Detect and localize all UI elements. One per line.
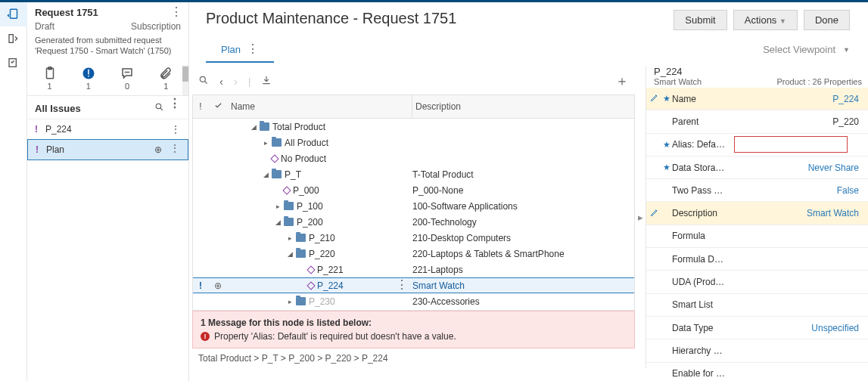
tree-row[interactable]: No Product [193, 150, 634, 166]
tree-row[interactable]: ◢Total Product [193, 119, 634, 135]
prop-label: UDA (Prod… [672, 277, 734, 287]
folder-icon [284, 218, 294, 226]
property-row[interactable]: Formula D… [646, 248, 868, 271]
rail-request-icon[interactable] [0, 2, 27, 26]
counter-issues[interactable]: 1 [70, 67, 106, 91]
tree-row[interactable]: ◢P_TT-Total Product [193, 166, 634, 182]
tree-row[interactable]: ▸P_230230-Accessories [193, 293, 634, 309]
rail-checklist-icon[interactable] [0, 51, 27, 75]
prop-value: P_224 [734, 94, 868, 104]
tree-row[interactable]: ◢P_220220-Laptops & Tablets & SmartPhone [193, 246, 634, 262]
property-row[interactable]: ParentP_220 [646, 110, 868, 133]
tree-row[interactable]: ▸P_100100-Software Applications [193, 198, 634, 214]
counter-attachments[interactable]: 1 [148, 67, 184, 91]
svg-rect-6 [88, 70, 89, 75]
issue-row[interactable]: !P_224 ⋮ [27, 119, 188, 139]
expand-icon[interactable]: ▸ [275, 203, 281, 210]
request-title: Request 1751 [35, 7, 98, 18]
node-desc: 221-Laptops [412, 265, 634, 275]
collapse-handle-icon[interactable]: ▸ [635, 66, 646, 368]
svg-rect-7 [88, 76, 89, 77]
property-row[interactable]: Enable for … [646, 363, 868, 381]
edit-icon[interactable] [646, 208, 663, 219]
tree-body: ◢Total Product▸All ProductNo Product◢P_T… [192, 119, 635, 311]
tree-row[interactable]: P_000P_000-None [193, 182, 634, 198]
prop-value: Unspecified [734, 323, 868, 333]
folder-icon [272, 138, 282, 147]
tree-row[interactable]: ▸All Product [193, 135, 634, 150]
expand-icon[interactable]: ◢ [275, 218, 281, 226]
viewpoint-select[interactable]: Select Viewpoint ▼ [763, 44, 850, 55]
property-row[interactable]: Hierarchy … [646, 339, 868, 362]
col-check[interactable] [208, 95, 228, 118]
add-node-icon[interactable]: ＋ [615, 72, 629, 90]
expand-icon[interactable]: ◢ [287, 250, 293, 258]
required-icon: ★ [663, 94, 672, 104]
counter-comments[interactable]: 0 [110, 67, 145, 91]
prop-label: Description [672, 208, 734, 218]
request-description: Generated from submitted request 'Reques… [27, 35, 188, 64]
counters-scrollbar[interactable] [182, 65, 188, 95]
submit-button[interactable]: Submit [674, 10, 726, 30]
col-marker[interactable]: ! [193, 95, 208, 118]
expand-icon[interactable]: ◢ [250, 123, 257, 131]
download-icon[interactable] [261, 75, 272, 88]
row-menu-icon[interactable] [396, 283, 408, 287]
property-row[interactable]: ★NameP_224 [646, 88, 868, 110]
issue-row-menu-icon[interactable]: ⋮ [167, 125, 184, 133]
col-name[interactable]: Name [228, 95, 412, 118]
property-row[interactable]: Data TypeUnspecified [646, 317, 868, 339]
property-row[interactable]: ★Data Stora…Never Share [646, 156, 868, 179]
property-row[interactable]: UDA (Prod… [646, 271, 868, 293]
node-desc: P_000-None [412, 185, 634, 196]
prop-label: Data Type [672, 323, 734, 333]
diamond-icon [270, 154, 278, 163]
search-icon[interactable] [198, 75, 209, 88]
tree-row[interactable]: P_221221-Laptops [193, 262, 634, 277]
rail-panel-icon[interactable] [0, 26, 27, 51]
folder-icon [272, 170, 282, 178]
alias-input[interactable] [734, 136, 848, 153]
expand-icon[interactable]: ◢ [263, 171, 269, 178]
edit-icon[interactable] [646, 93, 663, 104]
request-menu-icon[interactable] [170, 11, 182, 14]
tab-menu-icon[interactable] [247, 48, 259, 51]
issues-search-icon[interactable] [154, 102, 164, 114]
counter-items[interactable]: 1 [32, 67, 67, 91]
done-button[interactable]: Done [804, 10, 850, 30]
left-panel: Request 1751 Draft Subscription Generate… [27, 2, 189, 381]
tree-row[interactable]: ◢P_200200-Technology [193, 214, 634, 230]
col-desc[interactable]: Description [412, 95, 634, 118]
node-label: P_200 [297, 217, 323, 228]
tab-plan[interactable]: Plan [206, 36, 274, 63]
error-message: Property 'Alias: Default' is required bu… [214, 331, 456, 342]
actions-button[interactable]: Actions ▼ [733, 10, 798, 30]
chevron-down-icon: ▼ [779, 17, 786, 25]
expand-icon[interactable]: ▸ [263, 139, 269, 147]
issue-row-menu-icon[interactable]: ⋮ [166, 144, 183, 155]
property-row[interactable]: Smart List [646, 294, 868, 317]
prop-label: Parent [672, 116, 734, 127]
tree-pane: ‹ › | ＋ ! Name Description ◢Total Produc… [192, 66, 635, 368]
add-issue-icon[interactable]: ⊕ [154, 144, 162, 155]
next-icon[interactable]: › [234, 75, 238, 88]
tree-row[interactable]: ▸P_210210-Desktop Computers [193, 230, 634, 246]
diamond-icon [282, 186, 291, 194]
property-row[interactable]: ★Alias: Defa… [646, 134, 868, 156]
property-row[interactable]: DescriptionSmart Watch [646, 202, 868, 225]
node-label: P_T [285, 169, 301, 180]
error-title: 1 Message for this node is listed below: [201, 318, 627, 328]
required-icon: ★ [663, 163, 672, 172]
tree-row[interactable]: !⊕P_224Smart Watch [193, 277, 634, 293]
folder-icon [260, 122, 269, 131]
expand-icon[interactable]: ▸ [287, 298, 293, 305]
request-type: Subscription [131, 21, 181, 32]
prev-icon[interactable]: ‹ [219, 75, 223, 88]
issue-row[interactable]: !Plan ⊕ ⋮ [27, 139, 188, 160]
diamond-icon [306, 281, 315, 290]
property-row[interactable]: Two Pass …False [646, 179, 868, 202]
issues-menu-icon[interactable] [169, 102, 181, 114]
property-row[interactable]: Formula [646, 225, 868, 248]
expand-icon[interactable]: ▸ [287, 234, 293, 242]
prop-label: Alias: Defa… [672, 139, 734, 150]
